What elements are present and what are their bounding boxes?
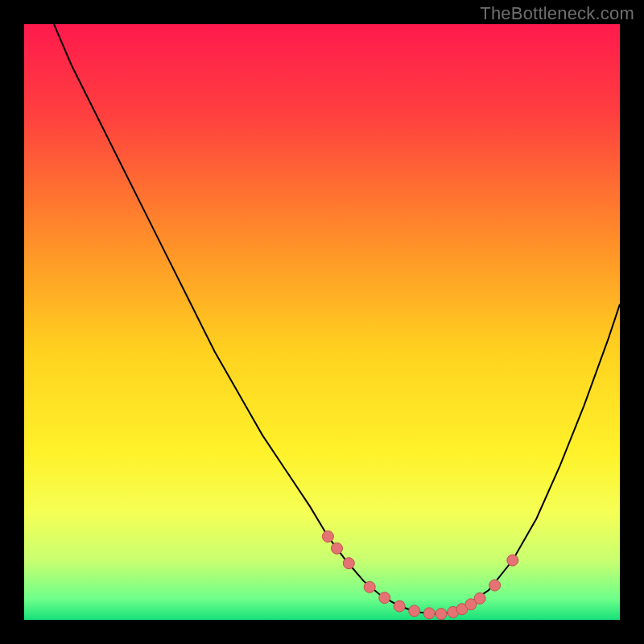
highlight-dot <box>394 601 405 612</box>
highlight-dot <box>474 592 485 604</box>
highlight-dot <box>409 605 420 617</box>
chart-frame: TheBottleneck.com <box>0 0 644 644</box>
highlight-dot <box>364 581 375 592</box>
highlight-dot <box>507 555 518 566</box>
chart-svg <box>24 24 620 620</box>
highlight-dot <box>436 609 447 620</box>
plot-area <box>24 24 620 620</box>
highlight-dot <box>343 558 354 569</box>
highlight-dot <box>332 543 343 554</box>
highlight-dot <box>322 530 333 542</box>
watermark-text: TheBottleneck.com <box>480 3 634 24</box>
highlight-dot <box>423 608 435 619</box>
highlight-dot <box>379 592 390 604</box>
highlight-dot <box>489 580 501 591</box>
